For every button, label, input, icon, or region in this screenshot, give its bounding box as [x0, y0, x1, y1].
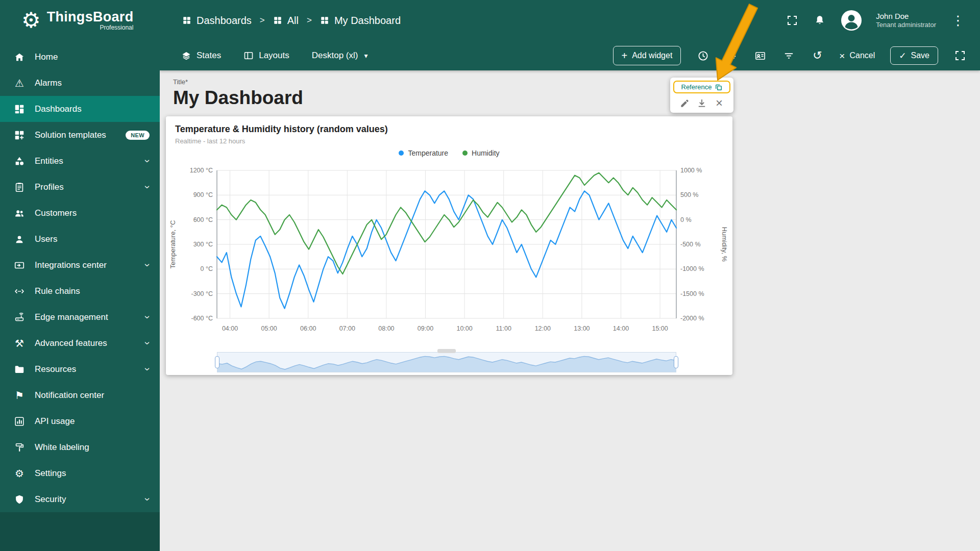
sidebar-item-solution-templates[interactable]: Solution templates NEW	[0, 122, 160, 148]
kebab-menu-icon[interactable]: ⋮	[949, 13, 967, 29]
filters-icon[interactable]	[782, 49, 795, 62]
breadcrumb-separator: >	[307, 15, 312, 26]
sidebar-item-rule-chains[interactable]: Rule chains	[0, 278, 160, 304]
dashboard-title-input[interactable]: My Dashboard	[173, 87, 303, 109]
sidebar-item-profiles[interactable]: Profiles ›	[0, 174, 160, 200]
layouts-button[interactable]: Layouts	[243, 51, 289, 61]
version-control-history-icon[interactable]: ↺	[811, 49, 824, 62]
brush-drag-handle[interactable]	[437, 349, 456, 353]
line-chart: 1200 °C1000 %900 °C500 %600 °C0 %300 °C-…	[166, 163, 732, 343]
toolbar-fullscreen-icon[interactable]	[953, 49, 967, 62]
sidebar-item-resources[interactable]: Resources ›	[0, 356, 160, 382]
dashboard-title-label: Title*	[173, 78, 188, 86]
top-header: ⚙ ThingsBoard Professional Dashboards > …	[0, 0, 980, 41]
user-info[interactable]: John Doe Tenant administrator	[876, 11, 936, 30]
notifications-bell-icon[interactable]	[813, 13, 827, 28]
widget-title: Temperature & Humidity history (random v…	[175, 124, 388, 135]
svg-text:1000 %: 1000 %	[680, 167, 702, 174]
breadcrumb-item-my-dashboard[interactable]: My Dashboard	[320, 15, 401, 27]
dashboard-settings-gear-icon[interactable]: ⚙	[725, 49, 738, 62]
save-label: Save	[911, 51, 929, 60]
brush-area-chart	[217, 353, 676, 372]
states-button[interactable]: States	[181, 51, 221, 61]
close-icon: ×	[839, 51, 845, 61]
sidebar-item-security[interactable]: Security ›	[0, 486, 160, 512]
avatar[interactable]	[840, 9, 863, 32]
sidebar-item-edge-management[interactable]: Edge management ›	[0, 304, 160, 330]
new-badge: NEW	[126, 131, 150, 140]
fullscreen-icon[interactable]	[785, 13, 799, 28]
time-window-clock-icon[interactable]	[696, 49, 709, 62]
sidebar-item-dashboards[interactable]: Dashboards	[0, 96, 160, 122]
sidebar-item-customers[interactable]: Customers	[0, 200, 160, 226]
settings-gear-icon: ⚙	[13, 467, 26, 480]
sidebar-item-api-usage[interactable]: API usage	[0, 408, 160, 434]
sidebar-item-integrations-center[interactable]: Integrations center ›	[0, 252, 160, 278]
edit-widget-pencil-icon[interactable]	[678, 96, 691, 110]
caret-down-icon: ▾	[364, 52, 368, 60]
sidebar-item-label: Edge management	[35, 312, 108, 322]
save-button[interactable]: ✓ Save	[890, 46, 938, 65]
sidebar-item-notification-center[interactable]: ⚑ Notification center	[0, 382, 160, 408]
sidebar-item-home[interactable]: Home	[0, 44, 160, 70]
plus-icon: +	[622, 51, 628, 61]
sidebar-item-advanced-features[interactable]: ⚒ Advanced features ›	[0, 330, 160, 356]
sidebar-item-label: White labeling	[35, 442, 89, 453]
remove-widget-close-icon[interactable]: ×	[713, 96, 726, 110]
sidebar: Home ⚠ Alarms Dashboards Solution templa…	[0, 41, 160, 551]
add-widget-button[interactable]: + Add widget	[613, 46, 681, 65]
brush-right-handle[interactable]	[674, 356, 678, 368]
svg-text:15:00: 15:00	[652, 325, 668, 332]
dashboard-grid-icon	[182, 16, 191, 25]
dashboard-toolbar: States Layouts Desktop (xl) ▾ + Add widg…	[160, 41, 980, 70]
sidebar-item-white-labeling[interactable]: White labeling	[0, 434, 160, 460]
integrations-icon	[13, 259, 26, 271]
app-name: ThingsBoard	[47, 10, 134, 24]
svg-text:600 °C: 600 °C	[193, 216, 213, 223]
legend-item-humidity[interactable]: Humidity	[462, 149, 499, 157]
svg-text:0 %: 0 %	[680, 216, 692, 223]
legend-label: Humidity	[472, 149, 499, 157]
svg-text:12:00: 12:00	[535, 325, 551, 332]
cancel-button[interactable]: × Cancel	[839, 51, 875, 61]
app-logo[interactable]: ⚙ ThingsBoard Professional	[0, 10, 160, 31]
profiles-icon	[13, 181, 26, 193]
download-widget-icon[interactable]	[695, 96, 708, 110]
breadcrumb-item-dashboards[interactable]: Dashboards	[182, 15, 252, 27]
brush-left-handle[interactable]	[215, 356, 219, 368]
entity-aliases-icon[interactable]	[753, 49, 767, 62]
svg-text:06:00: 06:00	[300, 325, 316, 332]
entities-icon	[13, 155, 26, 167]
svg-text:900 °C: 900 °C	[193, 191, 213, 198]
states-layers-icon	[181, 51, 191, 61]
states-label: States	[197, 51, 221, 61]
edge-management-icon	[13, 311, 26, 323]
dashboard-grid-icon	[320, 16, 329, 25]
sidebar-item-settings[interactable]: ⚙ Settings	[0, 460, 160, 486]
widget-action-icons: ×	[673, 93, 730, 111]
svg-text:10:00: 10:00	[456, 325, 472, 332]
svg-text:-500 %: -500 %	[680, 241, 701, 248]
breadcrumb-item-all[interactable]: All	[273, 15, 299, 27]
solution-templates-icon	[13, 129, 26, 141]
breadcrumb-label: Dashboards	[197, 15, 252, 27]
sidebar-item-alarms[interactable]: ⚠ Alarms	[0, 70, 160, 96]
alarm-warning-icon: ⚠	[13, 77, 26, 89]
legend-item-temperature[interactable]: Temperature	[399, 149, 448, 157]
sidebar-footer	[0, 512, 160, 551]
layout-selector[interactable]: Desktop (xl) ▾	[312, 51, 368, 61]
sidebar-item-label: Advanced features	[35, 338, 107, 348]
sidebar-item-entities[interactable]: Entities ›	[0, 148, 160, 174]
sidebar-item-users[interactable]: Users	[0, 226, 160, 252]
sidebar-item-label: Settings	[35, 468, 66, 479]
legend-label: Temperature	[408, 149, 448, 157]
sidebar-item-label: Solution templates	[35, 130, 106, 140]
widget-subtitle: Realtime - last 12 hours	[175, 137, 245, 145]
cancel-label: Cancel	[849, 51, 875, 60]
time-range-brush[interactable]	[217, 352, 676, 372]
dashboard-canvas: Title* My Dashboard Temperature & Humidi…	[160, 70, 980, 551]
sidebar-item-label: Security	[35, 494, 66, 505]
chart-widget[interactable]: Temperature & Humidity history (random v…	[166, 116, 732, 375]
reference-button[interactable]: Reference	[673, 81, 730, 93]
svg-text:05:00: 05:00	[261, 325, 277, 332]
